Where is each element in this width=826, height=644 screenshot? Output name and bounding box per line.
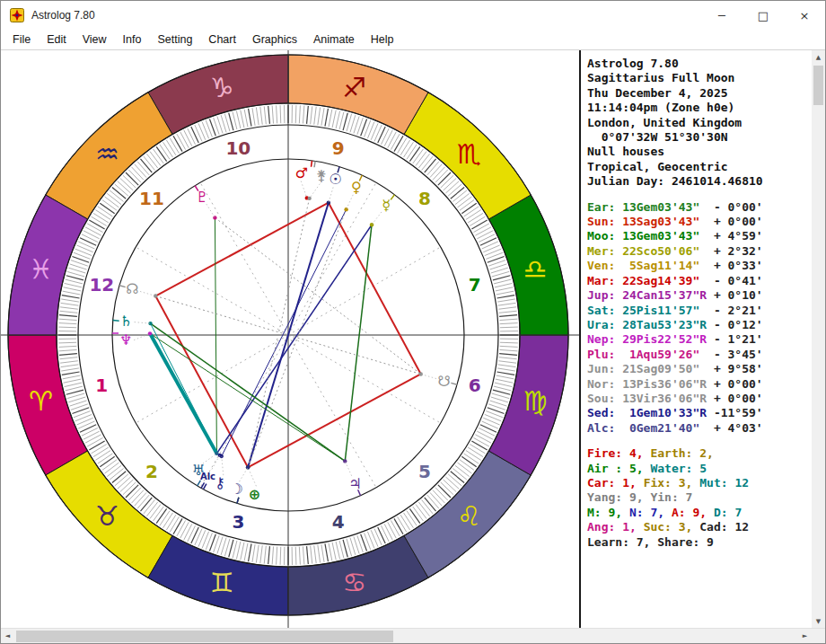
planet-glyph-sun: ☉ [330,171,342,188]
summary-line: Yang: 9, Yin: 7 [587,490,812,505]
scrollbar-corner [812,629,825,643]
position-row: Nep: 29Pis22'52"R - 1°21' [587,332,812,347]
app-icon [10,8,24,22]
planet-glyph-snode: ☋ [438,373,451,390]
planet-glyph-jupiter: ♃ [348,475,361,492]
planet-dot-snode [419,372,423,375]
menu-item-edit[interactable]: Edit [39,31,75,49]
planet-dot-neptune [148,331,152,335]
maximize-button[interactable]: □ [743,1,784,30]
aspect-saturn-uranus [151,323,217,454]
planet-glyph-alcyone: Alc [200,472,215,481]
info-line: 11:14:04pm (Zone h0e) [587,101,812,115]
sidebar-text: Astrolog 7.80Sagittarius Full MoonThu De… [581,50,812,628]
planet-glyph-nnode: ☊ [126,280,138,297]
sign-glyph-taurus: ♉ [95,500,119,532]
close-button[interactable]: × [784,1,825,30]
position-row: Sou: 13Vir36'06"R + 0°00' [587,392,812,406]
vertical-scrollbar[interactable]: ▲ ▼ [812,50,825,628]
position-row: Jun: 21Sag09'50" + 9°58' [587,362,812,376]
menu-item-animate[interactable]: Animate [305,31,363,49]
position-row: Sat: 25Pis11'57" - 2°21' [587,304,812,318]
main-content: ♈♉♊♋♌♍♎♏♐♑♒♓123456789101112⊕☉☽☿♀♂♃♄♅♆♇⚵☊… [1,50,825,628]
summary-line: M: 9, N: 7, A: 9, D: 7 [587,506,812,520]
house-number-1: 1 [95,375,108,396]
summary-line: Fire: 4, Earth: 2, [587,446,812,461]
position-row: Ear: 13Gem03'43" - 0°00' [587,200,812,215]
sign-glyph-leo: ♌ [457,500,481,532]
menu-item-chart[interactable]: Chart [200,31,244,49]
sign-glyph-pisces: ♓ [29,253,53,285]
position-row: Sun: 13Sag03'43" + 0°00' [587,215,812,229]
aspect-saturn-jupiter [151,323,346,461]
summary-line: Car: 1, Fix: 3, Mut: 12 [587,476,812,490]
menu-item-info[interactable]: Info [115,31,150,49]
planet-dot-alcyone [218,454,222,457]
window-title: Astrolog 7.80 [31,9,95,22]
house-number-9: 9 [332,137,345,159]
menu-item-setting[interactable]: Setting [149,31,200,49]
summary-line: Ang: 1, Suc: 3, Cad: 12 [587,520,812,534]
scroll-left-icon[interactable]: ◄ [1,630,14,643]
sign-glyph-cancer: ♋ [342,567,366,598]
menu-item-graphics[interactable]: Graphics [244,31,305,49]
position-row: Ven: 5Sag11'14" + 0°33' [587,259,812,273]
sign-glyph-sagittarius: ♐ [342,72,366,103]
aspect-lines [150,198,421,467]
planet-glyph-saturn: ♄ [119,313,132,330]
aspect-pluto-snode [215,217,420,374]
info-line: Sagittarius Full Moon [587,71,812,85]
position-row: Mer: 22Sco50'06" + 2°32' [587,244,812,259]
minimize-button[interactable]: ─ [701,1,743,30]
planet-glyph-mercury: ☿ [382,197,391,214]
menu-item-file[interactable]: File [4,31,39,49]
planet-dot-juno [307,197,311,200]
planet-dot-sun [327,200,330,204]
sign-glyph-scorpio: ♏ [457,138,481,170]
planet-dot-venus [344,207,347,211]
aspect-sun-nnode [155,203,329,296]
aspect-mercury-jupiter [345,225,372,461]
planet-dot-moon [246,465,250,469]
info-line: 0°07'32W 51°30'30N [587,130,812,145]
aspect-neptune-uranus [150,333,216,454]
house-number-3: 3 [232,511,244,533]
aspect-neptune-jupiter [150,333,345,461]
sign-glyph-capricorn: ♑ [210,72,234,103]
position-row: Nor: 13Pis36'06"R + 0°00' [587,377,812,392]
planet-glyph-sedna: ⚷ [215,474,225,491]
scroll-right-icon[interactable]: ► [798,630,812,643]
house-number-8: 8 [418,188,431,209]
scroll-up-icon[interactable]: ▲ [812,50,825,64]
position-row: Alc: 0Gem21'40" + 4°03' [587,421,812,436]
planet-glyph-venus: ♀ [351,179,362,196]
planet-glyph-neptune: ♆ [119,331,132,348]
horizontal-scrollbar[interactable]: ◄ ► [1,628,825,643]
position-row: Mar: 22Sag14'39" - 0°41' [587,274,812,288]
info-line: Tropical, Geocentric [587,160,812,174]
planet-dot-mercury [370,223,373,226]
title-bar: Astrolog 7.80 ─ □ × [1,1,825,30]
summary-line: Learn: 7, Share: 9 [587,535,812,550]
chart-area: ♈♉♊♋♌♍♎♏♐♑♒♓123456789101112⊕☉☽☿♀♂♃♄♅♆♇⚵☊… [1,50,579,628]
horizontal-scroll-thumb[interactable] [16,631,393,642]
sign-glyph-gemini: ♊ [210,567,234,598]
info-line: Astrolog 7.80 [587,57,812,71]
position-row: Ura: 28Tau53'23"R - 0°12' [587,318,812,332]
spacer [587,436,812,446]
scroll-down-icon[interactable]: ▼ [812,614,825,628]
vertical-scroll-thumb[interactable] [813,66,823,105]
sign-glyph-libra: ♎ [523,253,548,285]
planet-glyph-moon: ☽ [231,481,243,498]
house-number-11: 11 [139,188,164,209]
planet-glyph-mars: ♂ [295,164,308,181]
menu-item-view[interactable]: View [75,31,115,49]
planet-glyph-pluto: ♇ [196,189,208,206]
planet-glyph-juno: ⚵ [316,167,327,184]
astrolog-window: Astrolog 7.80 ─ □ × FileEditViewInfoSett… [0,0,826,644]
chart-wheel: ♈♉♊♋♌♍♎♏♐♑♒♓123456789101112⊕☉☽☿♀♂♃♄♅♆♇⚵☊… [1,50,579,628]
menu-item-help[interactable]: Help [363,31,402,49]
planet-dot-jupiter [343,459,347,463]
house-number-12: 12 [89,274,114,296]
spacer [587,190,812,200]
